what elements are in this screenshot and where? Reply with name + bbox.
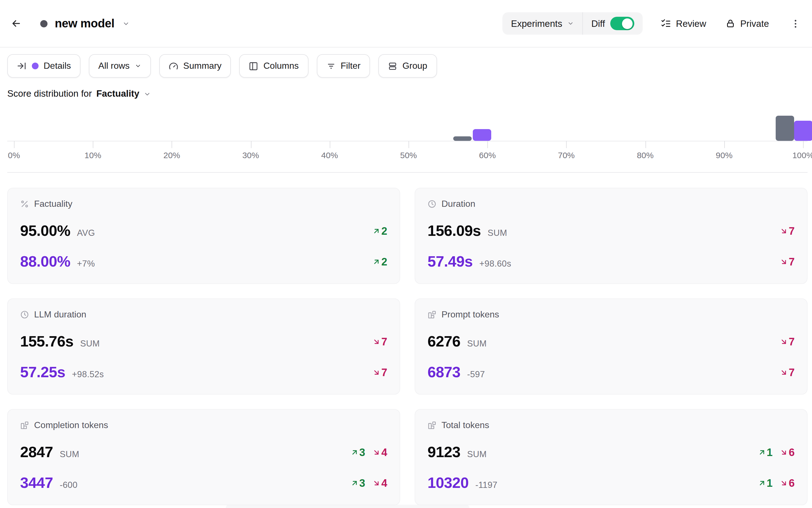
metric-aggregation-label: SUM [467,339,487,349]
clock-icon [428,200,436,208]
metric-delta-label: +98.60s [479,259,511,269]
score-distribution-chart: 0%10%20%30%40%50%60%70%80%90%100% [0,105,812,162]
summary-label: Summary [183,61,222,71]
lock-icon [725,18,735,29]
metric-comparison-row: 57.49s +98.60s 7 [428,253,795,270]
metric-primary-value: 156.09s [428,222,481,240]
metric-comparison-badges: 2 [373,256,387,268]
metric-delta-label: +7% [77,259,95,269]
badge-count: 2 [381,225,387,237]
review-button[interactable]: Review [659,16,707,31]
metric-primary-row: 6276 SUM 7 [428,333,795,350]
histogram-bar[interactable] [473,129,491,141]
blocks-icon [20,421,29,430]
badge-count: 7 [789,336,795,348]
arrow-right-to-line-icon [17,61,27,71]
more-menu-button[interactable] [787,15,804,32]
group-rows-icon [388,61,397,71]
axis-tick [14,141,14,148]
histogram-bar[interactable] [453,136,471,141]
score-distribution-selector[interactable]: Score distribution for Factuality [0,84,159,99]
badge-count: 4 [381,477,387,489]
experiment-title: new model [55,17,114,30]
columns-button[interactable]: Columns [240,54,308,78]
arrow-down-right-icon [373,368,381,377]
axis-tick [93,141,93,148]
regressions-badge: 6 [780,477,795,489]
experiment-page: new model Experiments Diff [0,0,812,508]
arrow-down-right-icon [373,448,381,457]
histogram-bar[interactable] [776,116,794,141]
metric-comparison-badges: 7 [780,256,795,268]
regressions-badge: 7 [780,336,795,348]
experiments-dropdown[interactable]: Experiments [503,12,582,35]
metric-delta-label: -600 [60,480,78,490]
badge-count: 3 [359,446,365,459]
metric-title: Duration [441,199,475,209]
private-button[interactable]: Private [724,16,770,31]
metric-card[interactable]: Total tokens 9123 SUM 16 10320 -1197 16 [415,409,808,505]
back-button[interactable] [7,14,25,32]
top-bar-actions: Experiments Diff Review [503,12,804,35]
arrow-up-right-icon [373,258,381,266]
details-button[interactable]: Details [7,54,81,78]
clock-icon [20,310,29,319]
arrow-up-right-icon [758,448,766,457]
metric-comparison-badges: 16 [758,477,795,489]
summary-button[interactable]: Summary [159,54,231,78]
axis-tick-label: 30% [242,150,259,160]
score-distribution-prefix: Score distribution for [7,88,92,99]
metric-primary-value: 2847 [20,444,53,461]
metric-card[interactable]: Prompt tokens 6276 SUM 7 6873 -597 7 [415,298,808,394]
metric-card[interactable]: LLM duration 155.76s SUM 7 57.25s +98.52… [7,298,400,394]
badge-count: 1 [767,477,773,489]
chevron-down-icon [567,20,574,27]
metric-comparison-row: 57.25s +98.52s 7 [20,364,387,381]
metric-comparison-badges: 7 [373,366,387,379]
diff-toggle[interactable] [610,17,634,30]
metric-aggregation-label: SUM [80,339,100,349]
axis-tick-label: 10% [84,150,101,160]
metric-comparison-value: 10320 [428,474,469,492]
group-button[interactable]: Group [378,54,437,78]
columns-icon [249,61,258,71]
metric-card[interactable]: Completion tokens 2847 SUM 34 3447 -600 … [7,409,400,505]
axis-tick [330,141,330,148]
metric-card[interactable]: Duration 156.09s SUM 7 57.49s +98.60s 7 [415,188,808,284]
axis-tick [172,141,172,148]
metric-primary-badges: 34 [350,446,387,459]
axis-tick [251,141,251,148]
blocks-icon [428,310,436,319]
metric-aggregation-label: SUM [467,449,487,459]
axis-tick-label: 20% [164,150,180,160]
histogram-bar[interactable] [794,121,812,141]
metric-title: LLM duration [34,310,86,320]
arrow-down-right-icon [780,479,788,487]
metric-primary-row: 156.09s SUM 7 [428,222,795,240]
regressions-badge: 4 [373,446,387,459]
regressions-badge: 7 [373,336,387,348]
metric-primary-badges: 16 [758,446,795,459]
arrow-down-right-icon [780,227,788,235]
improvements-badge: 2 [373,256,387,268]
metric-primary-value: 9123 [428,444,461,461]
metric-comparison-value: 88.00% [20,253,71,270]
badge-count: 7 [789,366,795,379]
all-rows-dropdown[interactable]: All rows [89,54,151,78]
arrow-up-right-icon [758,479,766,487]
axis-tick [803,141,804,148]
experiments-diff-group: Experiments Diff [503,12,642,35]
axis-tick-label: 0% [8,150,20,160]
metric-card[interactable]: Factuality 95.00% AVG 2 88.00% +7% 2 [7,188,400,284]
badge-count: 2 [381,256,387,268]
experiment-switcher-button[interactable] [119,16,133,31]
metric-comparison-badges: 34 [350,477,387,489]
regressions-badge: 7 [780,225,795,237]
metric-comparison-value: 57.25s [20,364,66,381]
percent-icon [20,200,29,208]
metric-comparison-row: 3447 -600 34 [20,474,387,492]
axis-tick-label: 100% [793,150,812,160]
filter-label: Filter [341,61,360,71]
filter-button[interactable]: Filter [316,54,370,78]
improvements-badge: 1 [758,477,773,489]
